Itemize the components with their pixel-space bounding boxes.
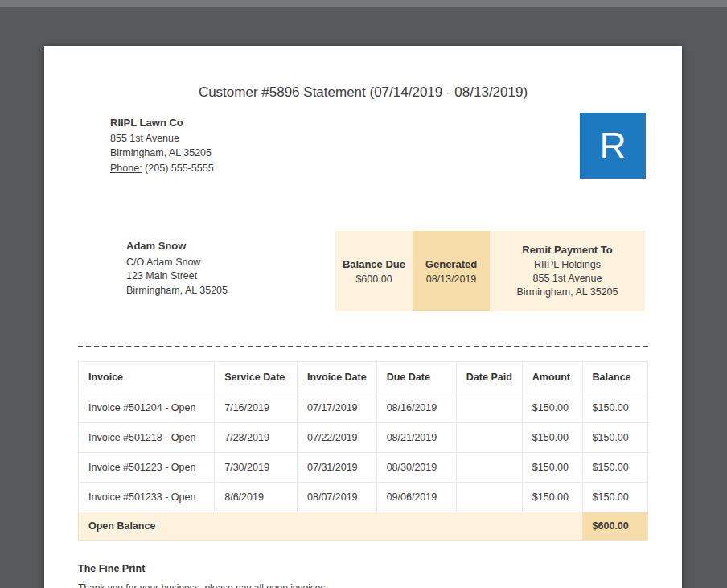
fine-print-text: Thank you for your business, please pay … xyxy=(78,582,648,588)
customer-block: Adam Snow C/O Adam Snow 123 Main Street … xyxy=(126,231,228,298)
table-cell: 7/30/2019 xyxy=(215,453,298,483)
dashed-separator xyxy=(78,346,648,347)
open-balance-row: Open Balance $600.00 xyxy=(79,512,648,541)
table-cell: $150.00 xyxy=(582,483,647,512)
table-cell: 08/16/2019 xyxy=(376,393,456,423)
table-cell: 08/21/2019 xyxy=(376,423,456,453)
phone-number: (205) 555-5555 xyxy=(145,162,213,174)
table-cell: 08/30/2019 xyxy=(376,453,456,483)
customer-line1: C/O Adam Snow xyxy=(126,256,228,270)
table-cell: 7/23/2019 xyxy=(215,423,298,453)
remit-label: Remit Payment To xyxy=(490,243,645,257)
table-cell: Invoice #501233 - Open xyxy=(79,483,215,512)
generated-value: 08/13/2019 xyxy=(413,273,490,285)
remit-line2: 855 1st Avenue xyxy=(490,272,645,286)
column-header: Service Date xyxy=(215,362,298,393)
balance-due-value: $600.00 xyxy=(335,273,413,285)
table-cell: 07/31/2019 xyxy=(298,453,377,483)
table-cell: $150.00 xyxy=(582,393,647,423)
column-header: Invoice Date xyxy=(298,362,377,393)
table-row: Invoice #501218 - Open7/23/201907/22/201… xyxy=(79,423,648,453)
table-cell: $150.00 xyxy=(522,423,582,453)
table-cell: 07/22/2019 xyxy=(298,423,377,453)
table-cell: 8/6/2019 xyxy=(215,483,298,512)
table-row: Invoice #501233 - Open8/6/201908/07/2019… xyxy=(79,483,648,512)
table-body: Invoice #501204 - Open7/16/201907/17/201… xyxy=(79,393,648,512)
remit-payment-box: Remit Payment To RIIPL Holdings 855 1st … xyxy=(490,231,645,311)
company-logo: R xyxy=(580,113,646,179)
table-cell: $150.00 xyxy=(522,483,582,512)
table-cell: 07/17/2019 xyxy=(298,393,377,423)
balance-due-label: Balance Due xyxy=(335,258,413,270)
table-cell xyxy=(456,423,522,453)
logo-letter: R xyxy=(599,127,626,164)
table-cell: Invoice #501218 - Open xyxy=(79,423,215,453)
column-header: Invoice xyxy=(79,362,215,393)
table-header-row: InvoiceService DateInvoice DateDue DateD… xyxy=(79,362,648,393)
statement-title: Customer #5896 Statement (07/14/2019 - 0… xyxy=(44,84,682,101)
column-header: Date Paid xyxy=(456,362,522,393)
customer-line2: 123 Main Street xyxy=(126,269,228,284)
table-cell xyxy=(456,483,522,512)
generated-label: Generated xyxy=(413,258,490,270)
summary-boxes: Balance Due $600.00 Generated 08/13/2019… xyxy=(335,231,645,311)
table-cell: $150.00 xyxy=(582,423,647,453)
column-header: Balance xyxy=(582,362,647,393)
table-cell xyxy=(456,393,522,423)
table-cell: $150.00 xyxy=(522,393,582,423)
open-balance-value: $600.00 xyxy=(582,512,647,541)
customer-summary-row: Adam Snow C/O Adam Snow 123 Main Street … xyxy=(126,231,645,311)
column-header: Due Date xyxy=(376,362,456,393)
balance-due-box: Balance Due $600.00 xyxy=(335,231,413,311)
customer-name: Adam Snow xyxy=(126,239,228,253)
table-row: Invoice #501223 - Open7/30/201907/31/201… xyxy=(79,453,648,483)
table-cell: 7/16/2019 xyxy=(215,393,298,423)
table-cell: Invoice #501204 - Open xyxy=(79,393,215,423)
table-cell: Invoice #501223 - Open xyxy=(79,453,215,483)
customer-line3: Birmingham, AL 35205 xyxy=(126,284,228,298)
viewer-top-strip xyxy=(0,0,727,7)
table-cell: $150.00 xyxy=(582,453,647,483)
generated-box: Generated 08/13/2019 xyxy=(413,231,490,311)
column-header: Amount xyxy=(522,362,582,393)
table-row: Invoice #501204 - Open7/16/201907/17/201… xyxy=(79,393,648,423)
invoice-table: InvoiceService DateInvoice DateDue DateD… xyxy=(78,361,648,541)
statement-page: Customer #5896 Statement (07/14/2019 - 0… xyxy=(44,46,682,588)
phone-label: Phone: xyxy=(110,162,142,174)
fine-print-heading: The Fine Print xyxy=(78,563,648,574)
table-cell: $150.00 xyxy=(522,453,582,483)
open-balance-label: Open Balance xyxy=(79,512,583,541)
remit-line3: Birmingham, AL 35205 xyxy=(490,286,645,299)
table-cell: 09/06/2019 xyxy=(376,483,456,512)
table-cell xyxy=(456,453,522,483)
table-cell: 08/07/2019 xyxy=(298,483,377,512)
remit-line1: RIIPL Holdings xyxy=(490,258,645,272)
